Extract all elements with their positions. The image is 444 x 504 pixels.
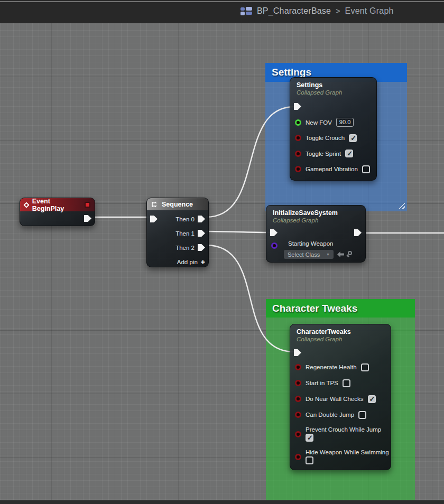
node-subtitle: Collapsed Graph xyxy=(297,336,384,342)
pin-label: Toggle Crouch xyxy=(306,135,345,141)
comment-title: Character Tweaks xyxy=(272,303,357,314)
bool-pin-icon[interactable] xyxy=(295,380,301,386)
pin-label: Regenerate Health xyxy=(306,364,357,370)
checkbox[interactable] xyxy=(306,434,313,442)
pin-row: Hide Weapon While Swimming xyxy=(295,445,387,468)
pin-row: Toggle Crouch xyxy=(295,130,373,146)
pin-label: Starting Weapon xyxy=(288,240,333,247)
exec-in-pin[interactable] xyxy=(294,349,301,356)
bool-pin-icon[interactable] xyxy=(295,166,301,172)
float-pin-icon[interactable] xyxy=(295,119,301,126)
bool-pin-icon[interactable] xyxy=(295,396,301,402)
checkbox[interactable] xyxy=(345,150,353,157)
plus-icon: + xyxy=(201,259,205,265)
bool-pin-icon[interactable] xyxy=(295,135,301,141)
title-bar-divider xyxy=(0,1,444,2)
node-header[interactable]: Event BeginPlay xyxy=(20,198,95,211)
node-settings-collapsed-graph[interactable]: Settings Collapsed Graph New FOV 90.0 To… xyxy=(290,77,377,181)
pin-label: Prevent Crouch While Jump xyxy=(306,426,381,433)
pin-label: Do Near Wall Checks xyxy=(306,396,364,402)
blueprint-icon xyxy=(240,7,252,16)
dropdown-value: Select Class xyxy=(288,251,320,258)
pin-row: Gamepad Vibration xyxy=(295,162,373,178)
node-title: Settings xyxy=(297,81,370,89)
pin-row: Toggle Sprint xyxy=(295,146,373,162)
event-delegate-icon[interactable] xyxy=(85,202,90,208)
node-title: InitializeSaveSystem xyxy=(273,209,359,217)
node-subtitle: Collapsed Graph xyxy=(273,217,359,223)
pin-label: Toggle Sprint xyxy=(306,151,341,157)
blueprint-editor: BP_CharacterBase > Event Graph Settings … xyxy=(0,0,444,504)
graph-title-bar: BP_CharacterBase > Event Graph xyxy=(0,0,444,23)
node-character-tweaks-collapsed-graph[interactable]: CharacterTweaks Collapsed Graph Regenera… xyxy=(290,324,391,470)
pin-label: Then 1 xyxy=(175,230,195,237)
bool-pin-icon[interactable] xyxy=(295,431,301,437)
checkbox[interactable] xyxy=(368,395,376,403)
use-selected-arrow-icon[interactable] xyxy=(337,251,344,257)
pin-row: Regenerate Health xyxy=(295,359,387,375)
exec-out-pin[interactable] xyxy=(354,229,362,236)
node-title: CharacterTweaks xyxy=(297,328,384,335)
exec-in-pin[interactable] xyxy=(270,229,278,236)
node-title: Event BeginPlay xyxy=(32,198,81,212)
pin-label: New FOV xyxy=(306,119,332,126)
node-title: Sequence xyxy=(162,201,193,208)
class-pin-icon[interactable] xyxy=(271,242,278,249)
pin-label: Gamepad Vibration xyxy=(306,166,358,172)
breadcrumb-separator: > xyxy=(336,7,340,15)
checkbox[interactable] xyxy=(343,379,350,387)
bool-pin-icon[interactable] xyxy=(295,151,301,157)
add-pin-button[interactable]: Add pin + xyxy=(150,255,205,269)
node-subtitle: Collapsed Graph xyxy=(297,89,370,96)
bool-pin-icon[interactable] xyxy=(295,454,301,460)
chevron-down-icon: ▼ xyxy=(326,253,330,256)
checkbox[interactable] xyxy=(362,165,370,173)
checkbox[interactable] xyxy=(349,134,357,142)
node-initialize-save-system[interactable]: InitializeSaveSystem Collapsed Graph Sta… xyxy=(266,205,366,263)
viewport-bottom-edge xyxy=(0,500,444,504)
checkbox[interactable] xyxy=(358,411,366,419)
exec-out-pin[interactable] xyxy=(84,215,91,222)
pin-label: Then 2 xyxy=(175,245,195,251)
bool-pin-icon[interactable] xyxy=(295,364,301,370)
checkbox[interactable] xyxy=(306,456,313,464)
breadcrumb-asset-name[interactable]: BP_CharacterBase xyxy=(257,6,331,16)
pin-label: Start in TPS xyxy=(306,380,338,386)
pin-label: Can Double Jump xyxy=(306,412,354,418)
pin-row: Can Double Jump xyxy=(295,407,387,423)
pin-row: Start in TPS xyxy=(295,375,387,391)
exec-in-pin[interactable] xyxy=(150,216,158,222)
sequence-icon xyxy=(151,201,158,208)
bool-pin-icon[interactable] xyxy=(295,412,301,418)
exec-out-pin[interactable] xyxy=(198,216,205,222)
event-diamond-icon xyxy=(23,202,29,208)
node-header[interactable]: Sequence xyxy=(147,198,208,210)
comment-title: Settings xyxy=(272,67,311,78)
exec-out-pin[interactable] xyxy=(198,230,205,237)
checkbox[interactable] xyxy=(361,363,369,371)
pin-row: Then 1 xyxy=(150,226,205,240)
pin-row: Then 2 xyxy=(150,240,205,255)
pin-row: Do Near Wall Checks xyxy=(295,391,387,407)
pin-label: Then 0 xyxy=(175,216,195,222)
exec-out-pin[interactable] xyxy=(198,244,205,251)
breadcrumb: BP_CharacterBase > Event Graph xyxy=(240,6,394,16)
pin-label: Hide Weapon While Swimming xyxy=(306,449,389,455)
pin-row: Prevent Crouch While Jump xyxy=(295,423,387,445)
node-sequence[interactable]: Sequence Then 0 Then 1 Then 2 Add pin + xyxy=(146,198,209,267)
comment-header[interactable]: Character Tweaks xyxy=(266,299,415,318)
node-event-beginplay[interactable]: Event BeginPlay xyxy=(20,198,95,226)
add-pin-label: Add pin xyxy=(177,259,198,265)
fov-value-input[interactable]: 90.0 xyxy=(336,118,354,127)
pin-row: Then 0 xyxy=(150,212,205,226)
browse-magnifier-icon[interactable] xyxy=(347,251,354,258)
select-class-dropdown[interactable]: Select Class ▼ xyxy=(284,250,334,259)
pin-row: New FOV 90.0 xyxy=(295,115,373,130)
exec-in-pin[interactable] xyxy=(294,103,301,110)
breadcrumb-graph-name[interactable]: Event Graph xyxy=(345,6,394,16)
